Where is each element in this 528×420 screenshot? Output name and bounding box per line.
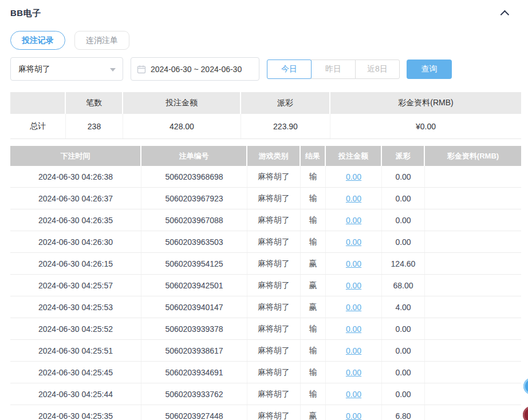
bet-amount-link[interactable]: 0.00 [346,411,361,420]
bet-amount-link[interactable]: 0.00 [346,259,361,268]
tab-bet-records[interactable]: 投注记录 [10,31,65,50]
bet-amount-cell: 0.00 [326,188,382,209]
game-type-cell: 麻将胡了 [247,296,301,318]
bet-time-cell: 2024-06-30 04:25:51 [10,340,141,361]
bet-amount-link[interactable]: 0.00 [346,324,361,334]
game-type-cell: 麻将胡了 [247,231,301,252]
table-row: 2024-06-30 04:25:535060203940147麻将胡了赢0.0… [10,296,521,318]
bet-amount-link[interactable]: 0.00 [346,368,361,377]
bet-amount-cell: 0.00 [326,231,382,252]
col-bet-amount: 投注金额 [326,146,382,166]
collapse-panel-button[interactable] [498,7,513,19]
range-last8days-button[interactable]: 近8日 [355,60,400,79]
jackpot-cell [425,340,521,361]
order-number-cell: 5060203963503 [141,231,247,252]
tab-label: 连消注单 [86,35,118,46]
jackpot-cell [425,296,521,318]
total-bet-amount: 428.00 [123,114,241,138]
game-type-cell: 麻将胡了 [247,362,301,383]
payout-cell: 0.00 [382,231,425,252]
date-range-input[interactable]: 2024-06-30 ~ 2024-06-30 [131,57,259,81]
bet-amount-cell: 0.00 [326,383,382,405]
bet-amount-link[interactable]: 0.00 [346,237,361,247]
bet-amount-link[interactable]: 0.00 [346,216,361,225]
bet-records-panel: BB电子 投注记录 连消注单 麻将胡了 [0,0,528,420]
summary-col-count: 笔数 [66,92,123,114]
panel-header: BB电子 [10,6,521,21]
result-cell: 赢 [301,405,326,420]
total-count: 238 [66,114,123,138]
game-type-cell: 麻将胡了 [247,253,301,274]
floating-service-button[interactable] [523,378,528,395]
bet-time-cell: 2024-06-30 04:26:38 [10,166,141,187]
game-select[interactable]: 麻将胡了 [10,57,123,81]
total-payout: 223.90 [241,114,330,138]
payout-cell: 0.00 [382,362,425,383]
summary-col-bet-amount: 投注金额 [123,92,241,114]
range-yesterday-button[interactable]: 昨日 [311,60,356,79]
table-row: 2024-06-30 04:25:455060203934691麻将胡了输0.0… [10,362,521,383]
col-payout: 派彩 [382,146,425,166]
bet-time-cell: 2024-06-30 04:26:15 [10,253,141,274]
floating-action-button[interactable] [523,406,528,420]
order-number-cell: 5060203967923 [141,188,247,209]
payout-cell: 0.00 [382,166,425,187]
bet-amount-cell: 0.00 [326,362,382,383]
payout-cell: 6.80 [382,405,425,420]
bet-amount-cell: 0.00 [326,405,382,420]
game-type-cell: 麻将胡了 [247,318,301,339]
range-today-button[interactable]: 今日 [267,60,312,79]
game-select-value: 麻将胡了 [18,64,50,74]
jackpot-cell [425,253,521,274]
col-jackpot: 彩金资料(RMB) [425,146,521,166]
bet-time-cell: 2024-06-30 04:26:30 [10,231,141,252]
summary-table: 笔数 投注金额 派彩 彩金资料(RMB) 总计 238 428.00 223.9… [10,92,521,139]
order-number-cell: 5060203967088 [141,209,247,231]
game-type-cell: 麻将胡了 [247,166,301,187]
bet-time-cell: 2024-06-30 04:25:45 [10,362,141,383]
bet-amount-link[interactable]: 0.00 [346,303,361,312]
col-game-type: 游戏类别 [247,146,301,166]
bet-amount-link[interactable]: 0.00 [346,172,361,181]
bet-time-cell: 2024-06-30 04:25:53 [10,296,141,318]
result-cell: 输 [301,188,326,209]
date-range-value: 2024-06-30 ~ 2024-06-30 [151,65,242,74]
tab-cancelled-orders[interactable]: 连消注单 [74,31,129,50]
summary-col-jackpot: 彩金资料(RMB) [330,92,521,114]
order-number-cell: 5060203933762 [141,383,247,405]
bet-time-cell: 2024-06-30 04:25:52 [10,318,141,339]
result-cell: 输 [301,209,326,231]
jackpot-cell [425,362,521,383]
calendar-icon [137,65,146,74]
summary-total-row: 总计 238 428.00 223.90 ¥0.00 [10,114,521,139]
game-type-cell: 麻将胡了 [247,209,301,231]
bet-amount-cell: 0.00 [326,340,382,361]
result-cell: 输 [301,362,326,383]
tab-bar: 投注记录 连消注单 [10,31,521,50]
result-cell: 输 [301,166,326,187]
order-number-cell: 5060203934691 [141,362,247,383]
bet-amount-link[interactable]: 0.00 [346,194,361,203]
table-row: 2024-06-30 04:26:155060203954125麻将胡了赢0.0… [10,253,521,275]
jackpot-cell [425,318,521,339]
table-row: 2024-06-30 04:25:445060203933762麻将胡了输0.0… [10,383,521,405]
order-number-cell: 5060203942501 [141,275,247,296]
bet-amount-link[interactable]: 0.00 [346,390,361,399]
game-type-cell: 麻将胡了 [247,340,301,361]
payout-cell: 0.00 [382,188,425,209]
summary-header-row: 笔数 投注金额 派彩 彩金资料(RMB) [10,92,521,114]
result-cell: 赢 [301,296,326,318]
bet-amount-link[interactable]: 0.00 [346,281,361,290]
game-type-cell: 麻将胡了 [247,405,301,420]
col-result: 结果 [301,146,326,166]
caret-down-icon [110,68,116,72]
table-row: 2024-06-30 04:26:375060203967923麻将胡了输0.0… [10,188,521,209]
jackpot-cell [425,231,521,252]
query-button[interactable]: 查询 [407,60,452,79]
result-cell: 输 [301,340,326,361]
bet-amount-link[interactable]: 0.00 [346,346,361,355]
game-type-cell: 麻将胡了 [247,383,301,405]
records-header-row: 下注时间 注单编号 游戏类别 结果 投注金额 派彩 彩金资料(RMB) [10,146,521,166]
col-order-number: 注单编号 [141,146,247,166]
summary-col-blank [10,92,66,114]
